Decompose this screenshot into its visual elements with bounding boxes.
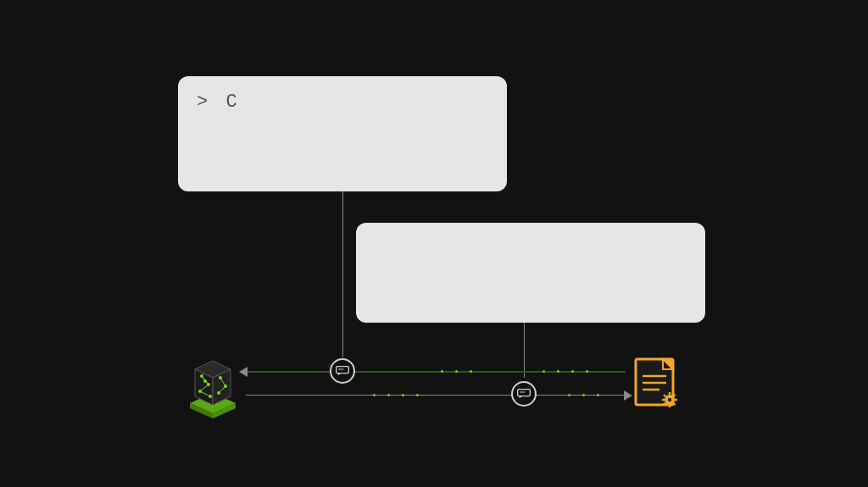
chat-marker-right [511,381,537,407]
svg-rect-36 [675,399,677,401]
svg-rect-33 [669,392,670,395]
chat-marker-left [330,358,355,384]
svg-point-32 [668,398,671,401]
pulse-dots [373,394,419,396]
pulse-dots [441,370,472,372]
connector-left [342,191,343,357]
arrowhead-right-icon [624,390,632,401]
chat-bubble-icon [517,389,531,399]
prompt-text: > C [197,91,488,113]
pulse-dots [568,394,599,396]
prompt-card: > C [178,76,507,191]
svg-rect-2 [518,390,531,396]
svg-rect-35 [662,399,665,401]
network-cube-icon [183,351,242,420]
chat-bubble-icon [336,366,349,376]
pulse-dots [542,370,588,372]
svg-rect-0 [337,367,349,374]
document-gear-icon [634,357,678,408]
response-card [356,223,705,323]
svg-rect-34 [669,405,670,407]
connector-right [524,323,525,378]
